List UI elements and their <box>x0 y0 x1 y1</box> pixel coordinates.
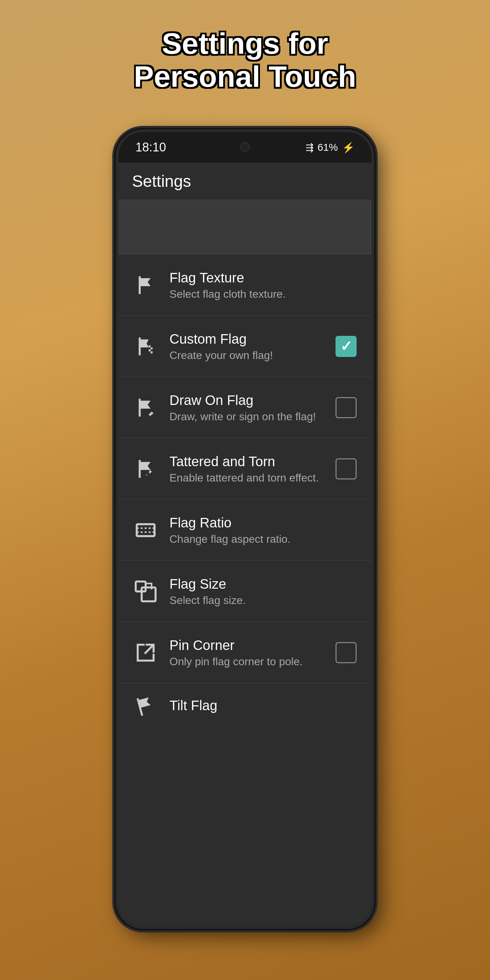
svg-rect-0 <box>137 524 155 536</box>
status-right: ⇶ 61% ⚡ <box>305 142 355 153</box>
flag-texture-subtitle: Select flag cloth texture. <box>169 288 358 301</box>
phone-screen: 18:10 ⇶ 61% ⚡ Settings <box>118 132 372 926</box>
settings-item-pin-corner[interactable]: Pin Corner Only pin flag corner to pole. <box>118 622 372 683</box>
settings-item-flag-texture[interactable]: Flag Texture Select flag cloth texture. <box>118 255 372 316</box>
draw-on-flag-checkbox[interactable] <box>336 397 356 418</box>
flag-size-content: Flag Size Select flag size. <box>169 576 358 607</box>
pin-corner-checkbox[interactable] <box>336 642 356 663</box>
custom-flag-checkbox[interactable] <box>336 336 356 357</box>
tattered-torn-control[interactable] <box>334 457 358 481</box>
settings-item-custom-flag[interactable]: Custom Flag Create your own flag! <box>118 316 372 377</box>
flag-texture-title: Flag Texture <box>169 269 358 286</box>
status-bar: 18:10 ⇶ 61% ⚡ <box>118 132 372 163</box>
pin-corner-title: Pin Corner <box>169 637 324 653</box>
tattered-torn-title: Tattered and Torn <box>169 453 324 469</box>
settings-item-tattered-torn[interactable]: Tattered and Torn Enable tattered and to… <box>118 438 372 500</box>
settings-item-tilt-flag[interactable]: Tilt Flag <box>118 683 372 727</box>
flag-size-icon <box>132 578 159 605</box>
status-time: 18:10 <box>135 140 166 154</box>
flag-texture-icon <box>132 272 159 299</box>
pin-corner-subtitle: Only pin flag corner to pole. <box>169 655 324 668</box>
flag-size-subtitle: Select flag size. <box>169 594 358 607</box>
flag-size-title: Flag Size <box>169 576 358 592</box>
custom-flag-control[interactable] <box>334 334 358 358</box>
draw-on-flag-title: Draw On Flag <box>169 392 324 408</box>
settings-item-draw-on-flag[interactable]: Draw On Flag Draw, write or sign on the … <box>118 377 372 438</box>
tattered-torn-subtitle: Enable tattered and torn effect. <box>169 472 324 484</box>
app-bar: Settings <box>118 163 372 200</box>
empty-section <box>118 200 372 255</box>
settings-list: Flag Texture Select flag cloth texture. <box>118 255 372 926</box>
draw-on-flag-content: Draw On Flag Draw, write or sign on the … <box>169 392 324 423</box>
pin-corner-icon <box>132 639 159 666</box>
phone-wrapper: 18:10 ⇶ 61% ⚡ Settings <box>116 129 374 929</box>
flag-ratio-subtitle: Change flag aspect ratio. <box>169 533 358 546</box>
settings-item-flag-size[interactable]: Flag Size Select flag size. <box>118 561 372 622</box>
custom-flag-title: Custom Flag <box>169 331 324 347</box>
tilt-flag-icon <box>132 692 159 719</box>
battery-percent: 61% <box>318 142 338 153</box>
flag-ratio-content: Flag Ratio Change flag aspect ratio. <box>169 514 358 546</box>
app-title: Settings <box>132 172 191 191</box>
flag-ratio-icon <box>132 517 159 544</box>
tattered-torn-icon <box>132 455 159 482</box>
draw-on-flag-control[interactable] <box>334 396 358 420</box>
page-title: Settings for Personal Touch <box>109 27 381 93</box>
tilt-flag-content: Tilt Flag <box>169 697 358 714</box>
pin-corner-control[interactable] <box>334 641 358 665</box>
svg-rect-2 <box>142 587 156 601</box>
settings-item-flag-ratio[interactable]: Flag Ratio Change flag aspect ratio. <box>118 500 372 561</box>
draw-on-flag-icon <box>132 394 159 421</box>
custom-flag-content: Custom Flag Create your own flag! <box>169 331 324 362</box>
phone-frame: 18:10 ⇶ 61% ⚡ Settings <box>116 129 374 929</box>
battery-icon: ⚡ <box>342 142 355 153</box>
draw-on-flag-subtitle: Draw, write or sign on the flag! <box>169 410 324 423</box>
tattered-torn-checkbox[interactable] <box>336 458 356 479</box>
tattered-torn-content: Tattered and Torn Enable tattered and to… <box>169 453 324 484</box>
flag-ratio-title: Flag Ratio <box>169 514 358 531</box>
camera-dot <box>240 142 250 152</box>
flag-texture-content: Flag Texture Select flag cloth texture. <box>169 269 358 301</box>
pin-corner-content: Pin Corner Only pin flag corner to pole. <box>169 637 324 668</box>
tilt-flag-title: Tilt Flag <box>169 697 358 714</box>
custom-flag-icon <box>132 333 159 360</box>
wifi-icon: ⇶ <box>305 142 313 153</box>
custom-flag-subtitle: Create your own flag! <box>169 349 324 362</box>
